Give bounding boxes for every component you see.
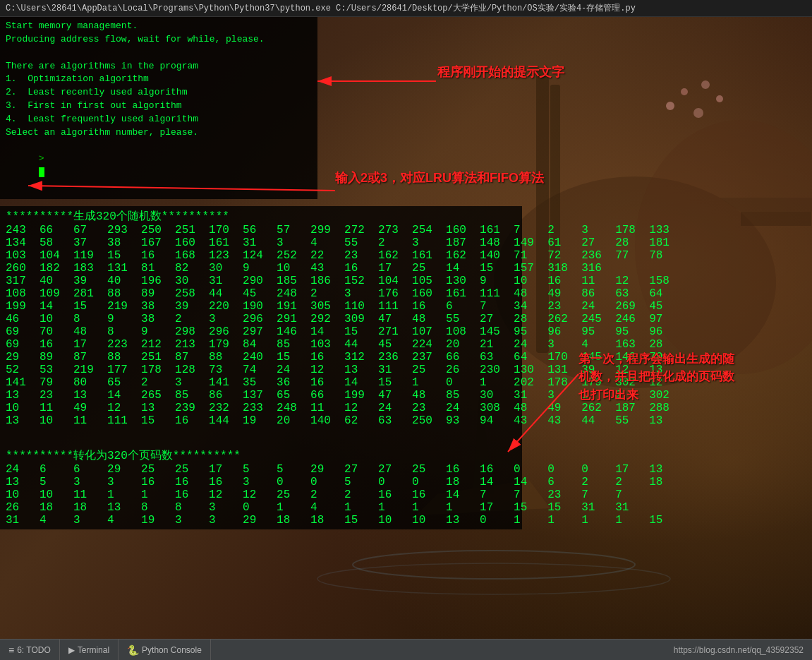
rn-row-16: 13 10 11 111 15 16 144 19 20 140 62 63 2… (6, 414, 516, 427)
tab-terminal-label: Terminal (78, 645, 109, 655)
rn-row-1: 243 66 67 293 250 251 170 56 57 299 272 … (6, 224, 516, 236)
rn-row-2: 134 58 37 38 167 160 161 31 3 4 55 2 3 1… (6, 236, 516, 249)
pn-row-5: 31 4 3 4 19 3 3 29 18 18 15 10 10 13 0 1… (6, 514, 516, 527)
tab-todo-label: 6: TODO (17, 645, 51, 655)
console-line-blank1 (6, 47, 312, 60)
todo-icon: ≡ (8, 644, 14, 656)
pn-row-3: 10 10 11 1 1 16 12 12 25 2 2 16 16 14 7 … (6, 488, 516, 501)
random-numbers-header: **********生成320个随机数********** (6, 209, 516, 224)
console-line-1: Start memory management. (6, 20, 312, 33)
status-bar: ≡ 6: TODO ▶ Terminal 🐍 Python Console ht… (0, 639, 812, 660)
rn-row-6: 108 109 281 88 89 258 44 45 248 2 3 176 … (6, 287, 516, 300)
input-prompt: > (39, 153, 44, 164)
rn-row-10: 69 16 17 223 212 213 179 84 85 103 44 45… (6, 338, 516, 351)
rn-row-15: 10 11 49 12 13 239 232 233 248 11 12 24 … (6, 402, 516, 414)
python-icon: 🐍 (127, 644, 139, 656)
rn-row-14: 13 23 13 14 265 85 86 137 65 66 199 47 4… (6, 389, 516, 402)
status-url: https://blog.csdn.net/qq_43592352 (674, 645, 812, 655)
tab-python-console[interactable]: 🐍 Python Console (119, 640, 211, 660)
rn-row-5: 317 40 39 40 196 30 31 290 185 186 152 1… (6, 275, 516, 287)
annotation-2: 输入2或3，对应LRU算法和FIFO算法 (335, 169, 544, 186)
page-numbers-block: **********转化为320个页码数********** 24 6 6 29… (0, 445, 522, 529)
rn-row-12: 52 53 219 177 178 128 73 74 24 12 13 31 … (6, 364, 516, 376)
data-output-area: **********生成320个随机数********** 243 66 67 … (0, 206, 522, 529)
tab-todo[interactable]: ≡ 6: TODO (0, 640, 60, 660)
rn-row-13: 141 79 80 65 2 3 141 35 36 16 14 15 1 0 … (6, 376, 516, 389)
console-line-5: 2. Least recently used algorithm (6, 86, 312, 100)
console-line-7: 4. Least frequently used algorithm (6, 113, 312, 126)
annotation-1: 程序刚开始的提示文字 (437, 64, 564, 80)
input-line[interactable]: > (6, 140, 312, 193)
spacer (0, 430, 522, 445)
pn-row-1: 24 6 6 29 25 25 17 5 5 29 27 27 25 16 16… (6, 463, 516, 476)
cursor (39, 167, 44, 177)
rn-row-8: 46 10 8 9 38 2 3 296 291 292 309 47 48 5… (6, 313, 516, 325)
title-bar: C:\Users\28641\AppData\Local\Programs\Py… (0, 0, 812, 17)
annotation-3: 第一次，程序会输出生成的随 机数，并且把转化成的页码数 也打印出来 (578, 332, 734, 404)
title-text: C:\Users\28641\AppData\Local\Programs\Py… (6, 4, 636, 13)
tab-python-label: Python Console (142, 645, 202, 655)
terminal-icon: ▶ (68, 645, 75, 655)
console-line-3: There are algorithms in the program (6, 60, 312, 73)
tab-terminal[interactable]: ▶ Terminal (60, 640, 119, 660)
main-area: Start memory management. Producing addre… (0, 16, 812, 639)
rn-row-3: 103 104 119 15 16 168 123 124 252 22 23 … (6, 249, 516, 262)
console-output: Start memory management. Producing addre… (0, 16, 317, 199)
page-numbers-header: **********转化为320个页码数********** (6, 448, 516, 463)
rn-row-7: 199 14 15 219 38 39 220 190 191 305 110 … (6, 300, 516, 313)
rn-row-11: 29 89 87 88 251 87 88 240 15 16 312 236 … (6, 351, 516, 364)
pn-row-2: 13 5 3 3 16 16 16 3 0 0 5 0 0 18 14 14 6… (6, 476, 516, 488)
rn-row-4: 260 182 183 131 81 82 30 9 10 43 16 17 2… (6, 262, 516, 275)
console-line-2: Producing address flow, wait for while, … (6, 33, 312, 47)
console-line-8: Select an algorithm number, please. (6, 126, 312, 140)
pn-row-4: 26 18 18 13 8 8 3 0 1 4 1 1 1 1 17 15 15… (6, 501, 516, 514)
random-numbers-block: **********生成320个随机数********** 243 66 67 … (0, 206, 522, 430)
console-line-6: 3. First in first out algorithm (6, 100, 312, 113)
console-line-4: 1. Optimization algorithm (6, 73, 312, 86)
rn-row-9: 69 70 48 8 9 298 296 297 146 14 15 271 1… (6, 325, 516, 338)
